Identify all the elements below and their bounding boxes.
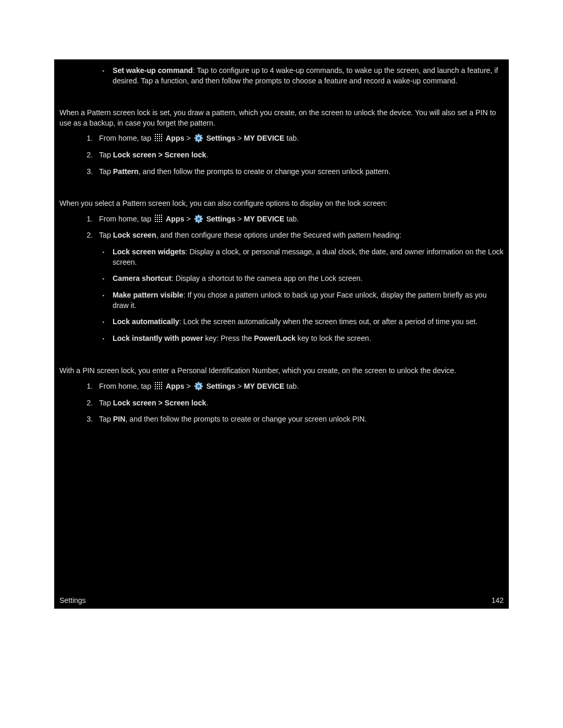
pin-step-1: 1. From home, tap Apps > Settings > MY D… <box>85 378 504 395</box>
step-text: Tap Lock screen, and then configure thes… <box>99 230 401 241</box>
footer-section: Settings <box>59 596 86 606</box>
apps-icon <box>154 214 163 223</box>
apps-icon <box>154 381 163 390</box>
page: ▪ Set wake-up command: Tap to configure … <box>0 0 563 728</box>
bullet-lock-instantly: ▪ Lock instantly with power key: Press t… <box>101 330 504 347</box>
pin-steps: 1. From home, tap Apps > Settings > MY D… <box>59 378 504 428</box>
heading-pattern <box>59 89 504 103</box>
pin-intro: With a PIN screen lock, you enter a Pers… <box>59 361 504 378</box>
pattern-options-steps: 1. From home, tap Apps > Settings > MY D… <box>59 211 504 244</box>
step-text: Tap Lock screen > Screen lock. <box>99 150 208 161</box>
footer-page-number: 142 <box>492 596 504 606</box>
pattern-step-3: 3. Tap Pattern, and then follow the prom… <box>85 164 504 180</box>
gear-icon <box>194 381 203 391</box>
content-box: ▪ Set wake-up command: Tap to configure … <box>54 59 509 609</box>
bullet-lock-automatically: ▪ Lock automatically: Lock the screen au… <box>101 314 504 330</box>
pattern-intro: When a Pattern screen lock is set, you d… <box>59 103 504 130</box>
pattern-step-2: 2. Tap Lock screen > Screen lock. <box>85 147 504 164</box>
gear-icon <box>194 133 203 143</box>
step-text: From home, tap Apps > Settings > MY DEVI… <box>99 381 299 392</box>
pattern-step-1: 1. From home, tap Apps > Settings > MY D… <box>85 130 504 147</box>
pattern-steps: 1. From home, tap Apps > Settings > MY D… <box>59 130 504 180</box>
apps-icon <box>154 133 163 142</box>
heading-pin <box>59 347 504 361</box>
step-text: From home, tap Apps > Settings > MY DEVI… <box>99 214 299 225</box>
pin-step-2: 2. Tap Lock screen > Screen lock. <box>85 395 504 412</box>
bullet-camera-shortcut: ▪ Camera shortcut: Display a shortcut to… <box>101 270 504 287</box>
bullet-lock-screen-widgets: ▪ Lock screen widgets: Display a clock, … <box>101 244 504 270</box>
bullet-set-wake-up: ▪ Set wake-up command: Tap to configure … <box>59 63 504 89</box>
gear-icon <box>194 214 203 224</box>
step-text: From home, tap Apps > Settings > MY DEVI… <box>99 133 299 144</box>
heading-pattern-options <box>59 180 504 193</box>
pattern-options-intro: When you select a Pattern screen lock, y… <box>59 193 504 211</box>
bullet-marker: ▪ <box>101 66 105 86</box>
step-text: Tap Pattern, and then follow the prompts… <box>99 167 390 177</box>
step-text: Tap Lock screen > Screen lock. <box>99 398 208 409</box>
options-step-1: 1. From home, tap Apps > Settings > MY D… <box>85 211 504 228</box>
pin-step-3: 3. Tap PIN, and then follow the prompts … <box>85 411 504 428</box>
pattern-option-bullets: ▪ Lock screen widgets: Display a clock, … <box>59 244 504 347</box>
bullet-text: Set wake-up command: Tap to configure up… <box>113 66 504 86</box>
options-step-2: 2. Tap Lock screen, and then configure t… <box>85 227 504 244</box>
page-footer: Settings 142 <box>59 596 504 606</box>
bullet-label: Set wake-up command <box>113 66 193 75</box>
step-text: Tap PIN, and then follow the prompts to … <box>99 414 366 425</box>
bullet-make-pattern-visible: ▪ Make pattern visible: If you chose a p… <box>101 287 504 314</box>
